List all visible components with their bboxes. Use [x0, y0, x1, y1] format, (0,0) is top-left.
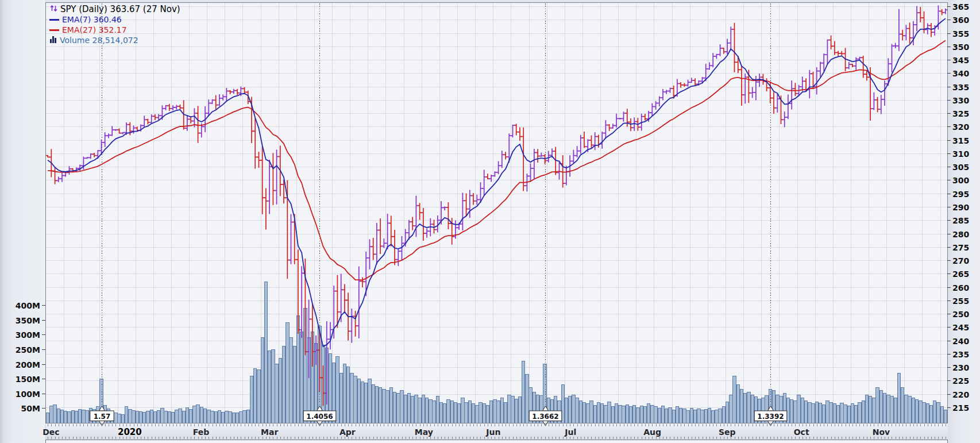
chart-legend: SPY (Daily) 363.67 (27 Nov) EMA(7) 360.4… [49, 4, 180, 45]
legend-ema27-row[interactable]: EMA(27) 352.17 [49, 25, 180, 35]
svg-text:240: 240 [952, 337, 969, 346]
svg-text:400M: 400M [16, 301, 40, 310]
svg-text:Dec: Dec [43, 427, 59, 437]
svg-text:200M: 200M [16, 360, 40, 369]
svg-text:255: 255 [952, 296, 969, 306]
lower-pane-sliver[interactable] [46, 440, 948, 443]
svg-text:Aug: Aug [643, 427, 661, 437]
svg-text:250: 250 [952, 310, 969, 319]
legend-ema7-label: EMA(7) 360.46 [62, 14, 122, 25]
svg-text:Oct: Oct [794, 427, 809, 437]
svg-text:285: 285 [952, 216, 969, 225]
svg-text:Apr: Apr [339, 427, 356, 437]
price-arrows-icon [49, 4, 58, 15]
svg-text:230: 230 [952, 363, 969, 372]
svg-text:290: 290 [952, 203, 969, 212]
svg-text:150M: 150M [16, 375, 40, 384]
legend-ema27-label: EMA(27) 352.17 [62, 25, 127, 35]
svg-text:300: 300 [952, 176, 969, 185]
svg-text:225: 225 [952, 376, 969, 386]
ema27-swatch-icon [49, 29, 59, 31]
chart-window: { "legend": { "title": "SPY (Daily) 363.… [0, 0, 980, 443]
svg-text:315: 315 [952, 136, 969, 145]
svg-text:360: 360 [952, 16, 969, 25]
svg-text:345: 345 [952, 56, 969, 65]
price-chart-canvas[interactable]: 1.571.40561.36621.3392215220225230235240… [0, 0, 980, 443]
svg-text:Jul: Jul [564, 427, 576, 437]
svg-text:275: 275 [952, 243, 969, 252]
svg-text:260: 260 [952, 283, 969, 292]
svg-text:215: 215 [952, 403, 969, 413]
svg-text:235: 235 [952, 350, 969, 359]
svg-text:50M: 50M [21, 404, 40, 413]
legend-symbol-row[interactable]: SPY (Daily) 363.67 (27 Nov) [49, 4, 180, 14]
svg-text:250M: 250M [16, 345, 40, 355]
svg-text:Jun: Jun [485, 427, 500, 437]
svg-text:265: 265 [952, 269, 969, 279]
svg-text:350M: 350M [16, 316, 40, 325]
svg-text:340: 340 [952, 69, 969, 78]
svg-text:305: 305 [952, 163, 969, 172]
svg-text:May: May [415, 427, 433, 437]
svg-text:245: 245 [952, 323, 969, 332]
svg-text:270: 270 [952, 256, 969, 265]
svg-text:Sep: Sep [719, 427, 736, 437]
svg-text:1.57: 1.57 [94, 413, 111, 421]
legend-ema7-row[interactable]: EMA(7) 360.46 [49, 14, 180, 25]
svg-text:2020: 2020 [118, 427, 142, 437]
legend-volume-label: Volume 28,514,072 [60, 35, 138, 45]
svg-text:220: 220 [952, 390, 969, 399]
legend-volume-row[interactable]: Volume 28,514,072 [49, 35, 180, 45]
svg-text:330: 330 [952, 96, 969, 105]
legend-symbol-label: SPY (Daily) 363.67 (27 Nov) [60, 4, 180, 14]
svg-text:Nov: Nov [873, 427, 890, 437]
svg-text:Mar: Mar [261, 427, 278, 437]
svg-text:1.4056: 1.4056 [306, 413, 333, 421]
volume-axis[interactable]: 400M350M300M250M200M150M100M50M [16, 301, 45, 413]
svg-text:335: 335 [952, 83, 969, 92]
ema7-swatch-icon [49, 19, 59, 21]
svg-text:280: 280 [952, 230, 969, 239]
svg-text:320: 320 [952, 122, 969, 132]
svg-text:1.3662: 1.3662 [532, 413, 558, 421]
svg-text:325: 325 [952, 109, 969, 118]
svg-text:100M: 100M [16, 390, 40, 399]
svg-text:355: 355 [952, 29, 969, 38]
date-axis-labels: Dec2020FebMarAprMayJunJulAugSepOctNov [43, 427, 890, 437]
svg-text:350: 350 [952, 43, 969, 52]
svg-text:310: 310 [952, 149, 969, 159]
svg-text:1.3392: 1.3392 [757, 413, 784, 421]
plot-background [46, 3, 947, 423]
volume-bars-icon [49, 35, 57, 45]
svg-text:365: 365 [952, 2, 969, 11]
svg-text:Feb: Feb [193, 427, 210, 437]
price-axis[interactable]: 2152202252302352402452502552602652702752… [947, 2, 969, 413]
svg-text:300M: 300M [16, 330, 40, 340]
svg-text:295: 295 [952, 190, 969, 199]
